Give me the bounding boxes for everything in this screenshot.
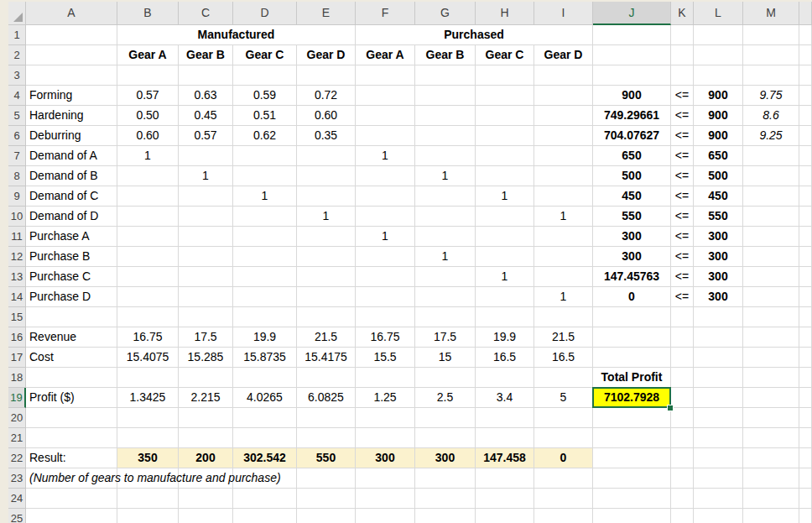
cell-L10[interactable]: 550: [694, 207, 743, 227]
cell-J17[interactable]: [593, 348, 671, 368]
cell-M2[interactable]: [743, 45, 799, 65]
cell-L12[interactable]: 300: [694, 247, 743, 267]
cell-B17[interactable]: 15.4075: [117, 348, 179, 368]
cell-K14[interactable]: <=: [671, 287, 694, 307]
row-header-5[interactable]: 5: [8, 106, 26, 126]
cell-L2[interactable]: [694, 45, 743, 65]
cell-I4[interactable]: [534, 86, 593, 106]
cell-A12[interactable]: Purchase B: [26, 247, 117, 267]
cell-N16[interactable]: [799, 327, 812, 348]
cell-F12[interactable]: [356, 247, 415, 267]
cell-G21[interactable]: [415, 428, 476, 448]
cell-N24[interactable]: [799, 489, 812, 509]
cell-J20[interactable]: [593, 408, 671, 428]
cell-K22[interactable]: [671, 448, 694, 468]
cell-F24[interactable]: [356, 489, 415, 509]
row-header-6[interactable]: 6: [8, 126, 26, 146]
cell-M9[interactable]: [743, 186, 799, 207]
cell-N22[interactable]: [799, 448, 812, 468]
cell-A14[interactable]: Purchase D: [26, 287, 117, 307]
cell-K8[interactable]: <=: [671, 166, 694, 186]
cell-N8[interactable]: [799, 166, 812, 186]
cell-C24[interactable]: [179, 489, 233, 509]
cell-D25[interactable]: [233, 509, 297, 523]
cell-D20[interactable]: [233, 408, 297, 428]
cell-I24[interactable]: [534, 489, 593, 509]
cell-G10[interactable]: [415, 207, 476, 227]
cell-L11[interactable]: 300: [694, 227, 743, 247]
cell-C2[interactable]: Gear B: [179, 45, 233, 65]
cell-D8[interactable]: [233, 166, 297, 186]
cell-B9[interactable]: [117, 186, 179, 207]
cell-I14[interactable]: 1: [534, 287, 593, 307]
cell-A3[interactable]: [26, 65, 117, 86]
cell-A21[interactable]: [26, 428, 117, 448]
cell-L24[interactable]: [694, 489, 743, 509]
cell-D15[interactable]: [233, 307, 297, 327]
cell-I7[interactable]: [534, 146, 593, 166]
cell-A19[interactable]: Profit ($): [26, 388, 117, 408]
row-header-4[interactable]: 4: [8, 86, 26, 106]
cell-M19[interactable]: [743, 388, 799, 408]
cell-F5[interactable]: [356, 106, 415, 126]
row-header-7[interactable]: 7: [8, 146, 26, 166]
cell-I11[interactable]: [534, 227, 593, 247]
cell-F19[interactable]: 1.25: [356, 388, 415, 408]
cell-K9[interactable]: <=: [671, 186, 694, 207]
cell-N1[interactable]: [799, 25, 812, 45]
row-header-12[interactable]: 12: [8, 247, 26, 267]
cell-G17[interactable]: 15: [415, 348, 476, 368]
cell-E10[interactable]: 1: [297, 207, 356, 227]
cell-H22[interactable]: 147.458: [476, 448, 534, 468]
col-header-partial[interactable]: [799, 2, 812, 25]
cell-F11[interactable]: 1: [356, 227, 415, 247]
cell-D10[interactable]: [233, 207, 297, 227]
cell-C5[interactable]: 0.45: [179, 106, 233, 126]
cell-C16[interactable]: 17.5: [179, 327, 233, 348]
row-header-25[interactable]: 25: [8, 509, 26, 523]
cell-G2[interactable]: Gear B: [415, 45, 476, 65]
cell-J10[interactable]: 550: [593, 207, 671, 227]
col-header-H[interactable]: H: [476, 2, 534, 25]
cell-K1[interactable]: [671, 25, 694, 45]
cell-M24[interactable]: [743, 489, 799, 509]
cell-H5[interactable]: [476, 106, 534, 126]
cell-D4[interactable]: 0.59: [233, 86, 297, 106]
cell-C18[interactable]: [179, 368, 233, 388]
cell-L19[interactable]: [694, 388, 743, 408]
cell-N9[interactable]: [799, 186, 812, 207]
cell-H15[interactable]: [476, 307, 534, 327]
row-header-13[interactable]: 13: [8, 267, 26, 287]
cell-H11[interactable]: [476, 227, 534, 247]
cell-F20[interactable]: [356, 408, 415, 428]
cell-F4[interactable]: [356, 86, 415, 106]
cell-G20[interactable]: [415, 408, 476, 428]
cell-G15[interactable]: [415, 307, 476, 327]
cell-H16[interactable]: 19.9: [476, 327, 534, 348]
cell-H13[interactable]: 1: [476, 267, 534, 287]
cell-D24[interactable]: [233, 489, 297, 509]
cell-M7[interactable]: [743, 146, 799, 166]
cell-I5[interactable]: [534, 106, 593, 126]
cell-G25[interactable]: [415, 509, 476, 523]
cell-J22[interactable]: [593, 448, 671, 468]
cell-H24[interactable]: [476, 489, 534, 509]
cell-M20[interactable]: [743, 408, 799, 428]
cell-E13[interactable]: [297, 267, 356, 287]
cell-K16[interactable]: [671, 327, 694, 348]
col-header-B[interactable]: B: [117, 2, 179, 25]
cell-N20[interactable]: [799, 408, 812, 428]
cell-L20[interactable]: [694, 408, 743, 428]
cell-B3[interactable]: [117, 65, 179, 86]
cell-H19[interactable]: 3.4: [476, 388, 534, 408]
cell-K25[interactable]: [671, 509, 694, 523]
cell-G7[interactable]: [415, 146, 476, 166]
cell-L3[interactable]: [694, 65, 743, 86]
cell-N23[interactable]: [799, 468, 812, 489]
cell-F15[interactable]: [356, 307, 415, 327]
cell-K5[interactable]: <=: [671, 106, 694, 126]
cell-I25[interactable]: [534, 509, 593, 523]
cell-K24[interactable]: [671, 489, 694, 509]
cell-D9[interactable]: 1: [233, 186, 297, 207]
row-header-19[interactable]: 19: [8, 388, 26, 408]
